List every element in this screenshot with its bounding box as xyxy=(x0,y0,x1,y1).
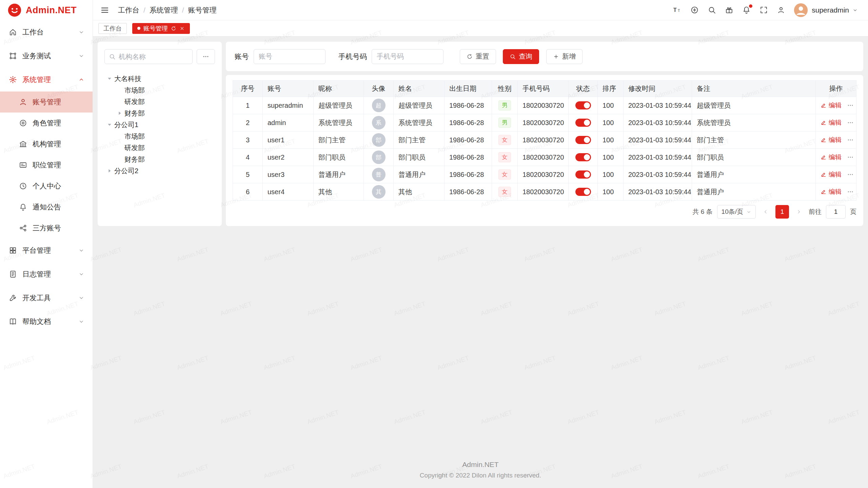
reset-button[interactable]: 重置 xyxy=(460,49,496,64)
tree-node-branch-1[interactable]: 分公司1 xyxy=(104,119,215,130)
page-1-button[interactable]: 1 xyxy=(775,205,789,219)
chevron-down-icon xyxy=(78,247,84,253)
tree-node-rd-dept-2[interactable]: 研发部 xyxy=(104,142,215,154)
cell-sort: 100 xyxy=(598,131,624,149)
edit-button[interactable]: 编辑 xyxy=(821,187,842,196)
tab-account-manage[interactable]: 账号管理 xyxy=(132,23,190,34)
search-icon[interactable] xyxy=(708,6,716,14)
tab-workbench[interactable]: 工作台 xyxy=(98,23,127,34)
tree-node-finance-dept-2[interactable]: 财务部 xyxy=(104,154,215,165)
status-toggle[interactable] xyxy=(575,136,591,144)
caret-down-icon[interactable] xyxy=(106,122,113,128)
next-page-button[interactable] xyxy=(793,206,804,218)
sidebar-item-third-account[interactable]: 三方账号 xyxy=(0,218,93,239)
svg-text:T: T xyxy=(678,9,680,13)
menu-item-label: 系统管理 xyxy=(22,75,51,84)
caret-right-icon[interactable] xyxy=(117,110,123,116)
sidebar-item-dev-tools[interactable]: 开发工具 xyxy=(0,286,93,310)
search-button[interactable]: 查询 xyxy=(503,49,539,64)
sidebar-item-business-test[interactable]: 业务测试 xyxy=(0,44,93,68)
sidebar-item-help-docs[interactable]: 帮助文档 xyxy=(0,310,93,333)
topbar-actions: TT superadmin xyxy=(673,3,858,18)
prev-page-button[interactable] xyxy=(760,206,771,218)
notification-icon[interactable] xyxy=(742,6,751,14)
breadcrumb-item[interactable]: 工作台 xyxy=(118,5,139,15)
cell-avatar: 超 xyxy=(364,97,394,114)
user-menu[interactable]: superadmin xyxy=(793,3,858,18)
sidebar-item-role-manage[interactable]: 角色管理 xyxy=(0,113,93,134)
edit-button[interactable]: 编辑 xyxy=(821,118,842,127)
tree-node-market-dept-2[interactable]: 市场部 xyxy=(104,130,215,142)
sidebar-item-personal-center[interactable]: 个人中心 xyxy=(0,176,93,197)
add-button[interactable]: 新增 xyxy=(546,49,583,64)
row-more-button[interactable] xyxy=(847,171,854,178)
caret-down-icon[interactable] xyxy=(106,76,113,82)
table-panel: 序号账号昵称头像姓名出生日期性别手机号码状态排序修改时间备注操作1superad… xyxy=(226,75,863,226)
tree-node-label: 财务部 xyxy=(124,109,145,118)
cell-phone: 18020030720 xyxy=(518,131,569,149)
sidebar-item-notice[interactable]: 通知公告 xyxy=(0,197,93,218)
tree-node-branch-2[interactable]: 分公司2 xyxy=(104,165,215,177)
tree-node-rd-dept-1[interactable]: 研发部 xyxy=(104,96,215,107)
row-more-button[interactable] xyxy=(847,137,854,143)
account-input[interactable] xyxy=(254,49,326,64)
tree-node-label: 市场部 xyxy=(124,132,145,141)
caret-right-icon[interactable] xyxy=(106,168,113,174)
tree-node-label: 市场部 xyxy=(124,86,145,95)
edit-button[interactable]: 编辑 xyxy=(821,136,842,144)
page-size-select[interactable]: 10条/页 xyxy=(717,205,756,219)
edit-label: 编辑 xyxy=(829,153,842,162)
row-more-button[interactable] xyxy=(847,188,854,195)
org-more-button[interactable] xyxy=(197,49,215,64)
close-icon[interactable] xyxy=(179,26,185,31)
cell-seq: 4 xyxy=(233,149,263,166)
edit-button[interactable]: 编辑 xyxy=(821,153,842,162)
app-logo[interactable]: Admin.NET xyxy=(0,0,93,20)
cell-modified: 2023-01-03 10:59:44 xyxy=(624,166,692,183)
tree-node-daming-tech[interactable]: 大名科技 xyxy=(104,73,215,84)
sidebar-item-platform-manage[interactable]: 平台管理 xyxy=(0,239,93,262)
status-toggle[interactable] xyxy=(575,101,591,109)
search-icon xyxy=(510,54,516,60)
status-toggle[interactable] xyxy=(575,188,591,196)
menu-collapse-icon[interactable] xyxy=(100,6,109,15)
breadcrumb-item[interactable]: 系统管理 xyxy=(150,5,178,15)
edit-button[interactable]: 编辑 xyxy=(821,101,842,110)
sidebar-item-account-manage[interactable]: 账号管理 xyxy=(0,92,93,113)
sidebar-item-system-manage[interactable]: 系统管理 xyxy=(0,68,93,92)
sidebar-item-position-manage[interactable]: 职位管理 xyxy=(0,155,93,176)
component-size-icon[interactable] xyxy=(690,6,699,14)
row-more-button[interactable] xyxy=(847,154,854,161)
phone-input[interactable] xyxy=(372,49,443,64)
sidebar-item-log-manage[interactable]: 日志管理 xyxy=(0,262,93,286)
status-toggle[interactable] xyxy=(575,119,591,127)
row-more-button[interactable] xyxy=(847,119,854,126)
gender-tag: 男 xyxy=(498,118,511,127)
sidebar-item-org-manage[interactable]: 机构管理 xyxy=(0,134,93,155)
breadcrumb-item[interactable]: 账号管理 xyxy=(188,5,217,15)
profile-outline-icon[interactable] xyxy=(777,6,785,14)
tree-node-finance-dept-1[interactable]: 财务部 xyxy=(104,107,215,119)
cell-actions: 编辑 xyxy=(816,166,856,183)
cell-name: 系统管理员 xyxy=(394,114,445,131)
fullscreen-icon[interactable] xyxy=(760,6,768,14)
edit-button[interactable]: 编辑 xyxy=(821,170,842,179)
font-size-icon[interactable]: TT xyxy=(673,6,682,14)
sidebar-item-workbench[interactable]: 工作台 xyxy=(0,20,93,44)
cell-seq: 6 xyxy=(233,183,263,201)
org-name-input[interactable] xyxy=(119,53,188,61)
goto-page-input[interactable] xyxy=(826,205,846,219)
status-toggle[interactable] xyxy=(575,170,591,179)
theme-icon[interactable] xyxy=(725,6,733,14)
status-toggle[interactable] xyxy=(575,153,591,161)
row-more-button[interactable] xyxy=(847,102,854,109)
user-avatar xyxy=(793,3,808,18)
tree-node-market-dept-1[interactable]: 市场部 xyxy=(104,84,215,96)
position-icon xyxy=(19,161,27,169)
cell-account: user2 xyxy=(263,149,314,166)
toggle-knob xyxy=(584,102,590,108)
cell-phone: 18020030720 xyxy=(518,149,569,166)
edit-icon xyxy=(821,120,827,126)
org-search-row xyxy=(104,49,215,64)
refresh-icon[interactable] xyxy=(171,26,176,31)
